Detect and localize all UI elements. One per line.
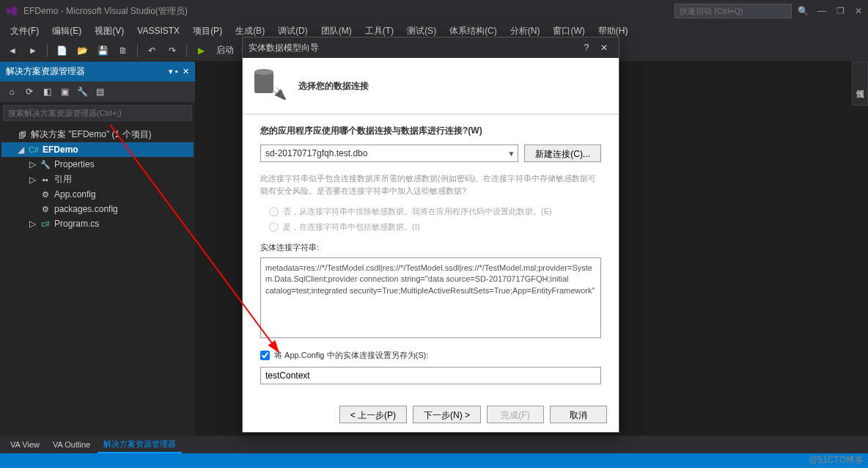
solution-explorer-toolbar: ⌂ ⟳ ◧ ▣ 🔧 ▤: [0, 81, 195, 102]
title-bar: EFDemo - Microsoft Visual Studio(管理员) 🔍 …: [0, 0, 868, 22]
save-to-appconfig-checkbox[interactable]: 将 App.Config 中的实体连接设置另存为(S):: [260, 350, 601, 361]
sensitive-data-hint: 此连接字符串似乎包含连接数据库所需的敏感数据(例如密码)。在连接字符串中存储敏感…: [260, 172, 601, 197]
search-icon[interactable]: 🔍: [798, 6, 809, 16]
menu-file[interactable]: 文件(F): [4, 23, 45, 40]
home-icon[interactable]: ⌂: [4, 84, 19, 99]
tab-vaview[interactable]: VA View: [4, 438, 45, 451]
solution-icon: 🗐: [16, 129, 28, 141]
cancel-button[interactable]: 取消: [550, 406, 607, 423]
finish-button: 完成(F): [487, 406, 544, 423]
tree-properties[interactable]: ▷ 🔧 Properties: [1, 157, 194, 172]
tree-project[interactable]: ◢ C# EFDemo: [1, 142, 194, 157]
tree-solution-root[interactable]: 🗐 解决方案 "EFDemo" (1 个项目): [1, 127, 194, 142]
dialog-title: 实体数据模型向导: [249, 42, 319, 54]
wrench-icon: 🔧: [40, 158, 51, 170]
minimize-button[interactable]: —: [817, 6, 826, 16]
quick-launch-input[interactable]: [674, 4, 792, 18]
save-checkbox-input[interactable]: [260, 351, 270, 360]
config-icon: ⚙: [40, 203, 51, 215]
dialog-footer: < 上一步(P) 下一步(N) > 完成(F) 取消: [243, 397, 619, 432]
connection-string-textarea[interactable]: [260, 257, 601, 338]
csharp-file-icon: c#: [40, 218, 51, 230]
watermark: @51CTO博客: [809, 454, 864, 467]
dialog-header: 🔌 选择您的数据连接: [243, 58, 619, 114]
tree-appconfig[interactable]: ⚙ App.config: [1, 187, 194, 202]
solution-explorer-header: 解决方案资源管理器 ▾ ▪ ✕: [0, 62, 195, 81]
expand-icon[interactable]: ▷: [28, 159, 37, 169]
properties-rail[interactable]: 属性: [852, 62, 868, 106]
save-all-icon[interactable]: 🗎: [115, 43, 131, 59]
dialog-close-button[interactable]: ✕: [595, 43, 613, 53]
database-icon: 🔌: [254, 71, 287, 100]
csharp-project-icon: C#: [28, 144, 40, 156]
radio-yes-input: [269, 222, 279, 232]
dialog-subtitle: 选择您的数据连接: [298, 80, 369, 92]
pin-icon[interactable]: ▾ ▪: [169, 67, 178, 76]
menu-project[interactable]: 项目(P): [187, 23, 228, 40]
config-icon: ⚙: [40, 189, 51, 200]
dialog-help-button[interactable]: ?: [578, 43, 595, 53]
entity-data-model-wizard: 实体数据模型向导 ? ✕ 🔌 选择您的数据连接 您的应用程序应使用哪个数据连接与…: [242, 37, 619, 433]
properties-icon[interactable]: 🔧: [75, 84, 89, 99]
tab-solution-explorer[interactable]: 解决方案资源管理器: [98, 436, 182, 453]
status-bar: [0, 453, 868, 468]
new-project-icon[interactable]: 📄: [54, 43, 70, 59]
solution-explorer: 解决方案资源管理器 ▾ ▪ ✕ ⌂ ⟳ ◧ ▣ 🔧 ▤ 🗐 解决方案 "EFDe…: [0, 62, 195, 436]
expand-icon[interactable]: ▷: [28, 219, 37, 229]
radio-no-input: [269, 207, 279, 216]
start-debug-icon[interactable]: ▶: [193, 43, 209, 59]
radio-exclude-sensitive: 否，从连接字符串中排除敏感数据。我将在应用程序代码中设置此数据。(E): [269, 206, 592, 217]
chevron-down-icon: ▼: [507, 150, 515, 158]
solution-search-input[interactable]: [3, 105, 192, 121]
entity-connection-label: 实体连接字符串:: [260, 242, 601, 253]
window-title: EFDemo - Microsoft Visual Studio(管理员): [23, 5, 674, 18]
close-button[interactable]: ✕: [855, 6, 862, 16]
nav-back-icon[interactable]: ◄: [4, 43, 21, 59]
show-all-icon[interactable]: ▣: [57, 84, 72, 99]
dialog-titlebar: 实体数据模型向导 ? ✕: [243, 37, 619, 58]
maximize-button[interactable]: ❐: [836, 6, 845, 16]
save-icon[interactable]: 💾: [95, 43, 111, 59]
references-icon: ▪▪: [40, 174, 51, 186]
new-connection-button[interactable]: 新建连接(C)...: [524, 145, 601, 162]
preview-icon[interactable]: ▤: [92, 84, 107, 99]
refresh-icon[interactable]: ⟳: [22, 84, 37, 99]
vs-logo-icon: [6, 5, 18, 17]
redo-icon[interactable]: ↷: [164, 43, 180, 59]
collapse-icon[interactable]: ◧: [40, 84, 54, 99]
menu-view[interactable]: 视图(V): [89, 23, 130, 40]
radio-include-sensitive: 是，在连接字符串中包括敏感数据。(I): [269, 222, 592, 233]
expand-icon[interactable]: ▷: [28, 175, 37, 185]
tree-references[interactable]: ▷ ▪▪ 引用: [1, 172, 194, 187]
solution-explorer-title: 解决方案资源管理器: [6, 65, 85, 78]
connection-question: 您的应用程序应使用哪个数据连接与数据库进行连接?(W): [260, 125, 601, 137]
undo-icon[interactable]: ↶: [144, 43, 160, 59]
solution-tree: 🗐 解决方案 "EFDemo" (1 个项目) ◢ C# EFDemo ▷ 🔧 …: [0, 124, 195, 436]
next-button[interactable]: 下一步(N) >: [413, 406, 481, 423]
menu-vassistx[interactable]: VASSISTX: [131, 23, 185, 38]
prev-button[interactable]: < 上一步(P): [339, 406, 407, 423]
tab-vaoutline[interactable]: VA Outline: [47, 438, 96, 451]
nav-fwd-icon[interactable]: ►: [25, 43, 41, 59]
tree-programcs[interactable]: ▷ c# Program.cs: [1, 216, 194, 231]
expand-icon[interactable]: ◢: [16, 145, 25, 155]
open-icon[interactable]: 📂: [74, 43, 90, 59]
connection-combo[interactable]: sd-20170717gfqh.test.dbo ▼: [260, 145, 518, 162]
panel-close-icon[interactable]: ✕: [183, 67, 189, 76]
bottom-tabs: VA View VA Outline 解决方案资源管理器: [0, 436, 195, 453]
menu-edit[interactable]: 编辑(E): [46, 23, 87, 40]
context-name-input[interactable]: [260, 367, 601, 384]
tree-packagesconfig[interactable]: ⚙ packages.config: [1, 202, 194, 216]
start-label[interactable]: 启动: [213, 44, 237, 56]
